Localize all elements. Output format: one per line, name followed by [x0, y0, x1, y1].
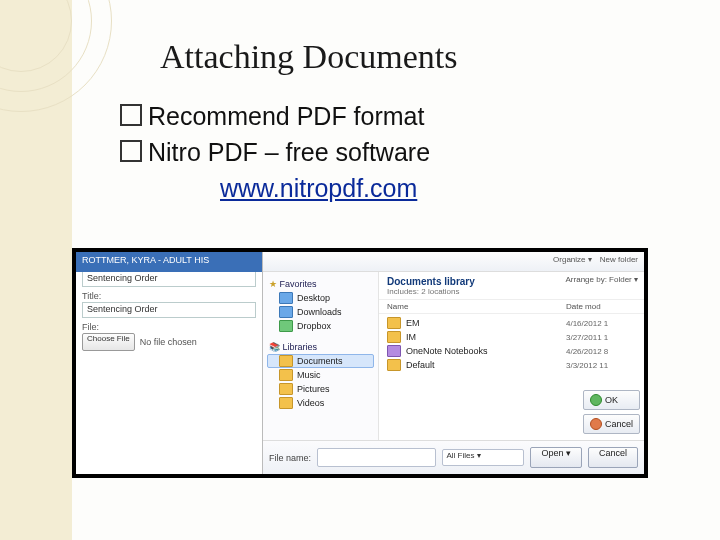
- dialog-nav-pane: ★ Favorites Desktop Downloads Dropbox 📚 …: [263, 272, 379, 440]
- col-date[interactable]: Date mod: [566, 302, 636, 311]
- ok-icon: [590, 394, 602, 406]
- file-row[interactable]: OneNote Notebooks4/26/2012 8: [387, 344, 636, 358]
- app-action-buttons: OK Cancel: [583, 390, 640, 434]
- dialog-cancel-button[interactable]: Cancel: [588, 447, 638, 468]
- choose-file-button[interactable]: Choose File: [82, 333, 135, 351]
- file-row[interactable]: Default3/3/2012 11: [387, 358, 636, 372]
- label-file: File:: [82, 322, 256, 332]
- nav-header-favorites: ★ Favorites: [269, 279, 374, 289]
- pictures-icon: [279, 383, 293, 395]
- file-open-dialog: Organize ▾ New folder ★ Favorites Deskto…: [262, 252, 644, 474]
- desktop-icon: [279, 292, 293, 304]
- videos-icon: [279, 397, 293, 409]
- nav-item-dropbox[interactable]: Dropbox: [267, 319, 374, 333]
- cancel-icon: [590, 418, 602, 430]
- app-header: ROTTMER, KYRA - ADULT HIS: [76, 252, 262, 272]
- bullet-icon: [120, 104, 142, 126]
- slide-body: Recommend PDF format Nitro PDF – free so…: [120, 100, 430, 205]
- nav-item-documents[interactable]: Documents: [267, 354, 374, 368]
- folder-icon: [387, 317, 401, 329]
- documents-icon: [279, 355, 293, 367]
- music-icon: [279, 369, 293, 381]
- col-name[interactable]: Name: [387, 302, 566, 311]
- dialog-bottom-bar: File name: All Files ▾ Open ▾ Cancel: [263, 440, 644, 474]
- nav-item-downloads[interactable]: Downloads: [267, 305, 374, 319]
- filename-label: File name:: [269, 453, 311, 463]
- nav-item-pictures[interactable]: Pictures: [267, 382, 374, 396]
- file-row[interactable]: EM4/16/2012 1: [387, 316, 636, 330]
- bullet-text-2: Nitro PDF – free software: [148, 136, 430, 170]
- column-headers[interactable]: Name Date mod: [379, 300, 644, 314]
- cancel-button[interactable]: Cancel: [583, 414, 640, 434]
- filetype-select[interactable]: All Files ▾: [442, 449, 524, 466]
- library-subtitle: Includes: 2 locations: [379, 287, 644, 300]
- dialog-toolbar: Organize ▾ New folder: [263, 252, 644, 272]
- filename-input[interactable]: [317, 448, 436, 467]
- dropbox-icon: [279, 320, 293, 332]
- field-type[interactable]: Sentencing Order: [82, 271, 256, 287]
- folder-icon: [387, 345, 401, 357]
- toolbar-organize[interactable]: Organize ▾: [553, 255, 592, 268]
- app-form-panel: ROTTMER, KYRA - ADULT HIS Type: Sentenci…: [76, 252, 263, 474]
- field-title[interactable]: Sentencing Order: [82, 302, 256, 318]
- nav-item-desktop[interactable]: Desktop: [267, 291, 374, 305]
- ok-button[interactable]: OK: [583, 390, 640, 410]
- folder-icon: [387, 359, 401, 371]
- slide-title: Attaching Documents: [160, 38, 457, 76]
- nav-item-videos[interactable]: Videos: [267, 396, 374, 410]
- file-row[interactable]: IM3/27/2011 1: [387, 330, 636, 344]
- nav-item-music[interactable]: Music: [267, 368, 374, 382]
- arrange-by[interactable]: Arrange by: Folder ▾: [566, 275, 638, 284]
- label-title: Title:: [82, 291, 256, 301]
- nav-header-libraries: 📚 Libraries: [269, 342, 374, 352]
- toolbar-newfolder[interactable]: New folder: [600, 255, 638, 268]
- bullet-icon: [120, 140, 142, 162]
- choose-file-status: No file chosen: [140, 337, 197, 347]
- downloads-icon: [279, 306, 293, 318]
- nitropdf-link[interactable]: www.nitropdf.com: [220, 172, 430, 206]
- bullet-text-1: Recommend PDF format: [148, 100, 424, 134]
- folder-icon: [387, 331, 401, 343]
- screenshot-frame: ROTTMER, KYRA - ADULT HIS Type: Sentenci…: [72, 248, 648, 478]
- open-button[interactable]: Open ▾: [530, 447, 582, 468]
